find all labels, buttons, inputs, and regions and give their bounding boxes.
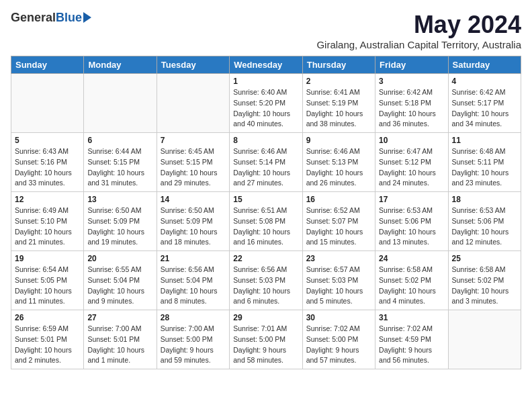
calendar-cell: 23Sunrise: 6:57 AM Sunset: 5:03 PM Dayli… bbox=[302, 251, 375, 310]
day-info: Sunrise: 6:45 AM Sunset: 5:15 PM Dayligh… bbox=[161, 146, 226, 189]
day-info: Sunrise: 6:50 AM Sunset: 5:09 PM Dayligh… bbox=[161, 205, 226, 248]
calendar-cell bbox=[11, 74, 84, 133]
calendar-cell: 7Sunrise: 6:45 AM Sunset: 5:15 PM Daylig… bbox=[157, 133, 229, 192]
month-title: May 2024 bbox=[316, 11, 521, 39]
day-number: 7 bbox=[161, 136, 226, 145]
day-number: 22 bbox=[233, 254, 298, 263]
day-info: Sunrise: 6:54 AM Sunset: 5:05 PM Dayligh… bbox=[15, 265, 80, 307]
day-info: Sunrise: 6:55 AM Sunset: 5:04 PM Dayligh… bbox=[87, 265, 152, 307]
calendar-cell: 25Sunrise: 6:58 AM Sunset: 5:02 PM Dayli… bbox=[448, 251, 521, 310]
day-info: Sunrise: 7:00 AM Sunset: 5:01 PM Dayligh… bbox=[87, 324, 152, 366]
calendar-cell: 31Sunrise: 7:02 AM Sunset: 4:59 PM Dayli… bbox=[375, 310, 448, 369]
calendar-cell: 1Sunrise: 6:40 AM Sunset: 5:20 PM Daylig… bbox=[230, 74, 302, 133]
title-area: May 2024 Giralang, Australian Capital Te… bbox=[316, 11, 521, 50]
week-row-3: 12Sunrise: 6:49 AM Sunset: 5:10 PM Dayli… bbox=[11, 192, 521, 251]
day-number: 9 bbox=[306, 136, 371, 145]
day-number: 4 bbox=[452, 77, 517, 86]
calendar-cell: 8Sunrise: 6:46 AM Sunset: 5:14 PM Daylig… bbox=[230, 133, 302, 192]
day-number: 8 bbox=[233, 136, 298, 145]
day-info: Sunrise: 6:42 AM Sunset: 5:17 PM Dayligh… bbox=[452, 87, 517, 130]
days-header-row: SundayMondayTuesdayWednesdayThursdayFrid… bbox=[11, 56, 521, 74]
day-number: 5 bbox=[15, 136, 80, 145]
day-info: Sunrise: 6:41 AM Sunset: 5:19 PM Dayligh… bbox=[306, 87, 371, 130]
calendar-cell: 5Sunrise: 6:43 AM Sunset: 5:16 PM Daylig… bbox=[11, 133, 84, 192]
calendar-cell bbox=[157, 74, 229, 133]
day-info: Sunrise: 6:48 AM Sunset: 5:11 PM Dayligh… bbox=[452, 146, 517, 189]
week-row-2: 5Sunrise: 6:43 AM Sunset: 5:16 PM Daylig… bbox=[11, 133, 521, 192]
day-number: 15 bbox=[233, 195, 298, 204]
day-number: 26 bbox=[15, 313, 80, 322]
calendar-cell: 27Sunrise: 7:00 AM Sunset: 5:01 PM Dayli… bbox=[84, 310, 157, 369]
calendar-cell: 11Sunrise: 6:48 AM Sunset: 5:11 PM Dayli… bbox=[448, 133, 521, 192]
day-number: 31 bbox=[379, 313, 444, 322]
calendar-cell: 21Sunrise: 6:56 AM Sunset: 5:04 PM Dayli… bbox=[157, 251, 229, 310]
day-info: Sunrise: 6:56 AM Sunset: 5:03 PM Dayligh… bbox=[233, 265, 298, 307]
calendar-cell: 18Sunrise: 6:53 AM Sunset: 5:06 PM Dayli… bbox=[448, 192, 521, 251]
week-row-5: 26Sunrise: 6:59 AM Sunset: 5:01 PM Dayli… bbox=[11, 310, 521, 369]
calendar-cell: 20Sunrise: 6:55 AM Sunset: 5:04 PM Dayli… bbox=[84, 251, 157, 310]
day-info: Sunrise: 7:02 AM Sunset: 5:00 PM Dayligh… bbox=[306, 324, 371, 366]
day-info: Sunrise: 6:49 AM Sunset: 5:10 PM Dayligh… bbox=[15, 205, 80, 248]
calendar-cell: 30Sunrise: 7:02 AM Sunset: 5:00 PM Dayli… bbox=[302, 310, 375, 369]
day-header-wednesday: Wednesday bbox=[230, 56, 302, 74]
day-info: Sunrise: 6:46 AM Sunset: 5:14 PM Dayligh… bbox=[233, 146, 298, 189]
day-info: Sunrise: 7:00 AM Sunset: 5:00 PM Dayligh… bbox=[161, 324, 226, 366]
day-number: 1 bbox=[233, 77, 298, 86]
calendar-cell: 26Sunrise: 6:59 AM Sunset: 5:01 PM Dayli… bbox=[11, 310, 84, 369]
logo-arrow-icon bbox=[83, 12, 91, 23]
day-number: 20 bbox=[87, 254, 152, 263]
week-row-4: 19Sunrise: 6:54 AM Sunset: 5:05 PM Dayli… bbox=[11, 251, 521, 310]
calendar-cell: 22Sunrise: 6:56 AM Sunset: 5:03 PM Dayli… bbox=[230, 251, 302, 310]
day-info: Sunrise: 6:46 AM Sunset: 5:13 PM Dayligh… bbox=[306, 146, 371, 189]
day-header-friday: Friday bbox=[375, 56, 448, 74]
location-subtitle: Giralang, Australian Capital Territory, … bbox=[316, 39, 521, 50]
day-number: 21 bbox=[161, 254, 226, 263]
day-number: 11 bbox=[452, 136, 517, 145]
day-info: Sunrise: 6:50 AM Sunset: 5:09 PM Dayligh… bbox=[87, 205, 152, 248]
day-number: 18 bbox=[452, 195, 517, 204]
day-info: Sunrise: 6:40 AM Sunset: 5:20 PM Dayligh… bbox=[233, 87, 298, 130]
day-info: Sunrise: 6:58 AM Sunset: 5:02 PM Dayligh… bbox=[452, 265, 517, 307]
day-info: Sunrise: 6:56 AM Sunset: 5:04 PM Dayligh… bbox=[161, 265, 226, 307]
day-header-tuesday: Tuesday bbox=[157, 56, 229, 74]
day-number: 3 bbox=[379, 77, 444, 86]
calendar-cell: 24Sunrise: 6:58 AM Sunset: 5:02 PM Dayli… bbox=[375, 251, 448, 310]
calendar-cell: 14Sunrise: 6:50 AM Sunset: 5:09 PM Dayli… bbox=[157, 192, 229, 251]
day-number: 24 bbox=[379, 254, 444, 263]
calendar-cell: 19Sunrise: 6:54 AM Sunset: 5:05 PM Dayli… bbox=[11, 251, 84, 310]
day-info: Sunrise: 6:51 AM Sunset: 5:08 PM Dayligh… bbox=[233, 205, 298, 248]
day-info: Sunrise: 6:43 AM Sunset: 5:16 PM Dayligh… bbox=[15, 146, 80, 189]
calendar-cell: 17Sunrise: 6:53 AM Sunset: 5:06 PM Dayli… bbox=[375, 192, 448, 251]
page-header: General Blue May 2024 Giralang, Australi… bbox=[11, 11, 521, 50]
day-header-sunday: Sunday bbox=[11, 56, 84, 74]
day-header-monday: Monday bbox=[84, 56, 157, 74]
day-info: Sunrise: 6:44 AM Sunset: 5:15 PM Dayligh… bbox=[87, 146, 152, 189]
calendar-cell: 16Sunrise: 6:52 AM Sunset: 5:07 PM Dayli… bbox=[302, 192, 375, 251]
day-number: 2 bbox=[306, 77, 371, 86]
day-number: 10 bbox=[379, 136, 444, 145]
calendar-cell: 13Sunrise: 6:50 AM Sunset: 5:09 PM Dayli… bbox=[84, 192, 157, 251]
calendar-cell: 3Sunrise: 6:42 AM Sunset: 5:18 PM Daylig… bbox=[375, 74, 448, 133]
day-number: 23 bbox=[306, 254, 371, 263]
day-number: 27 bbox=[87, 313, 152, 322]
day-info: Sunrise: 6:53 AM Sunset: 5:06 PM Dayligh… bbox=[452, 205, 517, 248]
day-info: Sunrise: 6:47 AM Sunset: 5:12 PM Dayligh… bbox=[379, 146, 444, 189]
calendar-cell: 2Sunrise: 6:41 AM Sunset: 5:19 PM Daylig… bbox=[302, 74, 375, 133]
day-number: 17 bbox=[379, 195, 444, 204]
day-info: Sunrise: 6:52 AM Sunset: 5:07 PM Dayligh… bbox=[306, 205, 371, 248]
calendar-cell: 12Sunrise: 6:49 AM Sunset: 5:10 PM Dayli… bbox=[11, 192, 84, 251]
calendar-table: SundayMondayTuesdayWednesdayThursdayFrid… bbox=[11, 56, 521, 369]
day-number: 13 bbox=[87, 195, 152, 204]
day-header-thursday: Thursday bbox=[302, 56, 375, 74]
day-number: 30 bbox=[306, 313, 371, 322]
day-info: Sunrise: 7:01 AM Sunset: 5:00 PM Dayligh… bbox=[233, 324, 298, 366]
day-info: Sunrise: 7:02 AM Sunset: 4:59 PM Dayligh… bbox=[379, 324, 444, 366]
logo-blue-text: Blue bbox=[56, 11, 82, 25]
calendar-cell: 15Sunrise: 6:51 AM Sunset: 5:08 PM Dayli… bbox=[230, 192, 302, 251]
day-number: 25 bbox=[452, 254, 517, 263]
day-info: Sunrise: 6:57 AM Sunset: 5:03 PM Dayligh… bbox=[306, 265, 371, 307]
day-number: 16 bbox=[306, 195, 371, 204]
day-number: 29 bbox=[233, 313, 298, 322]
calendar-cell: 6Sunrise: 6:44 AM Sunset: 5:15 PM Daylig… bbox=[84, 133, 157, 192]
calendar-cell: 10Sunrise: 6:47 AM Sunset: 5:12 PM Dayli… bbox=[375, 133, 448, 192]
